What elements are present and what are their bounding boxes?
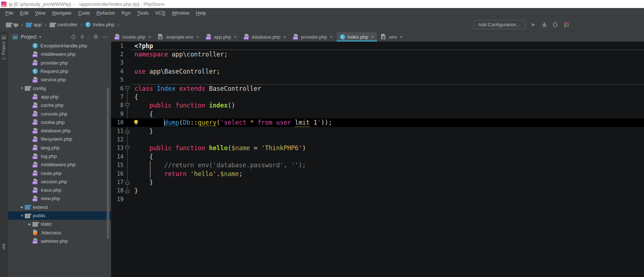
tree-item-request-php[interactable]: CRequest.php xyxy=(8,67,111,75)
code-text[interactable]: { xyxy=(131,93,138,101)
code-text[interactable] xyxy=(131,195,134,203)
fold-marker-icon[interactable] xyxy=(123,101,131,110)
line-number[interactable]: 6 xyxy=(111,85,123,92)
add-configuration-button[interactable]: Add Configuration... xyxy=(473,20,525,29)
tree-item-public[interactable]: ▼public xyxy=(8,211,111,220)
fold-marker-icon[interactable] xyxy=(123,178,131,186)
code-line-3[interactable]: 3 xyxy=(111,59,644,67)
expanded-arrow-icon[interactable]: ▼ xyxy=(19,214,25,218)
code-line-16[interactable]: 16 return 'hello'.$name; xyxy=(111,169,644,178)
breadcrumb-index-php[interactable]: CIndex.php xyxy=(84,21,116,28)
code-text[interactable]: public function index() xyxy=(131,101,235,110)
line-number[interactable]: 13 xyxy=(111,145,123,151)
menu-tools[interactable]: Tools xyxy=(134,10,152,16)
line-number[interactable]: 1 xyxy=(111,43,123,49)
tab--example-env[interactable]: .example.env× xyxy=(154,32,203,42)
phone-debug-listener-icon[interactable] xyxy=(563,22,569,28)
code-text[interactable]: } xyxy=(131,127,153,135)
line-number[interactable]: 11 xyxy=(111,128,123,134)
tree-item-view-php[interactable]: phpview.php xyxy=(8,194,111,203)
code-line-1[interactable]: 1<?php xyxy=(111,42,644,50)
settings-icon[interactable]: ⚙ xyxy=(93,34,99,40)
breadcrumb-tp[interactable]: tp xyxy=(4,21,20,28)
project-scrollbar[interactable] xyxy=(107,87,109,239)
tab-provider-php[interactable]: phpprovider.php× xyxy=(290,32,336,42)
intention-bulb-icon[interactable] xyxy=(134,120,138,127)
tree-item-extend[interactable]: ▶extend xyxy=(8,203,111,211)
code-line-17[interactable]: 17 } xyxy=(111,178,644,186)
fold-marker-icon[interactable] xyxy=(123,144,131,152)
code-text[interactable]: { xyxy=(131,152,153,161)
menu-run[interactable]: Run xyxy=(118,10,134,16)
menu-file[interactable]: File xyxy=(2,10,17,16)
tree-item-filesystem-php[interactable]: phpfilesystem.php xyxy=(8,135,111,143)
tree-item-database-php[interactable]: phpdatabase.php xyxy=(8,126,111,135)
code-text[interactable]: <?php xyxy=(131,42,153,50)
coverage-icon[interactable] xyxy=(552,22,558,28)
tab-close-icon[interactable]: × xyxy=(234,34,237,40)
tab-close-icon[interactable]: × xyxy=(148,34,151,40)
tab-database-php[interactable]: phpdatabase.php× xyxy=(240,32,290,42)
code-line-6[interactable]: 6class Index extends BaseController xyxy=(111,84,644,93)
code-line-4[interactable]: 4use app\BaseController; xyxy=(111,67,644,75)
menu-edit[interactable]: Edit xyxy=(17,10,32,16)
code-text[interactable] xyxy=(131,76,134,84)
select-opened-file-icon[interactable] xyxy=(70,34,76,40)
code-line-9[interactable]: 9 { xyxy=(111,110,644,118)
code-text[interactable]: class Index extends BaseController xyxy=(131,84,261,93)
tree-item-adminer-php[interactable]: phpadminer.php xyxy=(8,237,111,245)
hide-panel-icon[interactable]: — xyxy=(102,34,110,40)
project-tool-button[interactable]: 1: Project xyxy=(1,42,6,60)
code-text[interactable]: use app\BaseController; xyxy=(131,67,220,75)
code-text[interactable] xyxy=(131,135,134,144)
menu-help[interactable]: Help xyxy=(193,10,209,16)
line-number[interactable]: 15 xyxy=(111,162,123,168)
line-number[interactable]: 7 xyxy=(111,94,123,100)
menu-refactor[interactable]: Refactor xyxy=(93,10,118,16)
tree-item-cache-php[interactable]: phpcache.php xyxy=(8,101,111,109)
tree-item-trace-php[interactable]: phptrace.php xyxy=(8,186,111,194)
collapsed-arrow-icon[interactable]: ▶ xyxy=(27,222,32,226)
line-number[interactable]: 9 xyxy=(111,111,123,117)
code-text[interactable]: namespace app\controller; xyxy=(131,50,228,58)
tab-close-icon[interactable]: × xyxy=(196,34,199,40)
code-text[interactable]: dump(Db::query('select * from user lmit … xyxy=(131,118,332,127)
tab-close-icon[interactable]: × xyxy=(400,34,403,40)
tree-item-route-php[interactable]: phproute.php xyxy=(8,169,111,177)
code-line-14[interactable]: 14 { xyxy=(111,152,644,161)
tree-item--htaccess[interactable]: .htaccess xyxy=(8,229,111,237)
line-number[interactable]: 19 xyxy=(111,196,123,203)
tree-item-app-php[interactable]: phpapp.php xyxy=(8,93,111,101)
line-number[interactable]: 2 xyxy=(111,51,123,58)
line-number[interactable]: 5 xyxy=(111,77,123,83)
tree-item-middleware-php[interactable]: phpmiddleware.php xyxy=(8,160,111,169)
chevron-down-icon[interactable]: ▾ xyxy=(39,35,42,39)
code-line-11[interactable]: 11 } xyxy=(111,127,644,135)
line-number[interactable]: 4 xyxy=(111,68,123,75)
tree-item-cookie-php[interactable]: phpcookie.php xyxy=(8,118,111,126)
code-text[interactable]: return 'hello'.$name; xyxy=(131,169,243,178)
tab-close-icon[interactable]: × xyxy=(283,34,286,40)
line-number[interactable]: 18 xyxy=(111,187,123,194)
code-line-5[interactable]: 5 xyxy=(111,76,644,84)
code-editor[interactable]: 1<?php2namespace app\controller;34use ap… xyxy=(111,42,644,277)
tab-cookie-php[interactable]: phpcookie.php× xyxy=(111,32,154,42)
code-line-2[interactable]: 2namespace app\controller; xyxy=(111,50,644,58)
expanded-arrow-icon[interactable]: ▼ xyxy=(19,86,25,90)
line-number[interactable]: 14 xyxy=(111,153,123,160)
collapsed-arrow-icon[interactable]: ▶ xyxy=(19,205,25,209)
code-line-8[interactable]: 8 public function index() xyxy=(111,101,644,110)
code-line-12[interactable]: 12 xyxy=(111,135,644,144)
line-number[interactable]: 16 xyxy=(111,171,123,177)
line-number[interactable]: 8 xyxy=(111,102,123,109)
breadcrumb-controller[interactable]: controller xyxy=(48,21,79,28)
tree-item-log-php[interactable]: phplog.php xyxy=(8,152,111,160)
code-line-7[interactable]: 7{ xyxy=(111,93,644,101)
tree-item-middleware-php[interactable]: phpmiddleware.php xyxy=(8,50,111,58)
menu-code[interactable]: Code xyxy=(75,10,93,16)
project-panel-title[interactable]: Project xyxy=(21,34,37,40)
tree-item-session-php[interactable]: phpsession.php xyxy=(8,177,111,186)
tree-item-config[interactable]: ▼config xyxy=(8,84,111,92)
fold-marker-icon[interactable] xyxy=(123,84,131,93)
line-number[interactable]: 17 xyxy=(111,179,123,186)
